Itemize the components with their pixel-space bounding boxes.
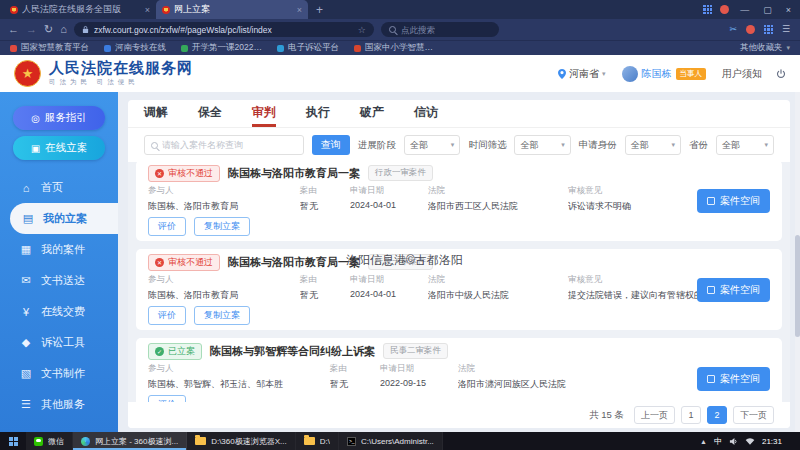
cause-value: 暂无 xyxy=(300,200,338,213)
tab-petition[interactable]: 信访 xyxy=(414,100,438,127)
minimize-button[interactable]: — xyxy=(737,5,752,15)
sidebar-item-litigation-tools[interactable]: ◆ 诉讼工具 xyxy=(0,327,118,358)
promo-icon[interactable] xyxy=(720,5,729,14)
user-notice-link[interactable]: 用户须知 xyxy=(722,67,762,81)
sidebar-item-my-filings[interactable]: ▤ 我的立案 xyxy=(10,203,118,234)
case-space-button[interactable]: 案件空间 xyxy=(697,367,770,391)
date-value: 2024-04-01 xyxy=(350,200,416,210)
rate-button[interactable]: 评价 xyxy=(148,395,186,402)
scrollbar[interactable] xyxy=(795,92,800,432)
sidebar-item-online-payment[interactable]: ¥ 在线交费 xyxy=(0,296,118,327)
tray-expand-icon[interactable]: ▲ xyxy=(700,438,707,445)
browser-tab-bar: 人民法院在线服务全国版 × 网上立案 × + — ▢ × xyxy=(0,0,800,19)
case-space-button[interactable]: 案件空间 xyxy=(697,278,770,302)
category-tabs: 调解 保全 审判 执行 破产 信访 xyxy=(128,100,790,128)
taskbar-item-folder-browser-dir[interactable]: D:\360极速浏览器X... xyxy=(187,432,296,450)
sidebar-item-home[interactable]: ⌂ 首页 xyxy=(0,172,118,203)
other-bookmarks-button[interactable]: 其他收藏夹 ▾ xyxy=(740,42,790,54)
copy-filing-button[interactable]: 复制立案 xyxy=(194,217,250,236)
region-selector[interactable]: 河南省 ▾ xyxy=(558,67,606,81)
copy-filing-button[interactable]: 复制立案 xyxy=(194,306,250,325)
next-page-button[interactable]: 下一页 xyxy=(733,406,774,424)
apps-grid-icon[interactable] xyxy=(703,5,712,14)
court-emblem-logo: ★ xyxy=(14,60,41,87)
tab-preservation[interactable]: 保全 xyxy=(198,100,222,127)
rate-button[interactable]: 评价 xyxy=(148,306,186,325)
taskbar-item-browser[interactable]: 网上立案 - 360极速浏... xyxy=(73,432,187,450)
pagination: 共 15 条 上一页 1 2 下一页 xyxy=(128,402,790,428)
tab-enforcement[interactable]: 执行 xyxy=(306,100,330,127)
taskbar: 微信 网上立案 - 360极速浏... D:\360极速浏览器X... D:\ … xyxy=(0,432,800,450)
user-name: 陈国栋 xyxy=(642,67,672,81)
menu-icon[interactable]: ☰ xyxy=(782,25,790,34)
url-text: zxfw.court.gov.cn/zxfw/#/pageWsla/pc/lis… xyxy=(94,25,353,35)
prev-page-button[interactable]: 上一页 xyxy=(634,406,675,424)
online-filing-button[interactable]: ▣ 在线立案 xyxy=(13,136,105,160)
province-select[interactable]: 全部 ▾ xyxy=(716,135,774,155)
tab-trial[interactable]: 审判 xyxy=(252,100,276,127)
browser-tab-court-national[interactable]: 人民法院在线服务全国版 × xyxy=(4,0,156,19)
case-title: 陈国栋与洛阳市教育局一案 xyxy=(228,166,360,181)
bookmark-item[interactable]: 开学第一课2022… xyxy=(181,42,262,54)
home-icon[interactable]: ⌂ xyxy=(60,24,67,35)
tab-close-icon[interactable]: × xyxy=(297,5,302,15)
sidebar-item-document-delivery[interactable]: ✉ 文书送达 xyxy=(0,265,118,296)
user-box[interactable]: 陈国栋 当事人 xyxy=(622,66,707,82)
browser-tab-filing[interactable]: 网上立案 × xyxy=(156,0,308,19)
query-button[interactable]: 查询 xyxy=(312,135,351,155)
tab-close-icon[interactable]: × xyxy=(145,5,150,15)
taskbar-item-terminal[interactable]: >_ C:\Users\Administr... xyxy=(339,432,443,450)
close-button[interactable]: × xyxy=(783,5,794,15)
ime-indicator[interactable]: 中 xyxy=(714,436,722,447)
sidebar-item-my-cases[interactable]: ▦ 我的案件 xyxy=(0,234,118,265)
screenshot-icon[interactable]: ✂ xyxy=(729,25,737,34)
applicant-identity-select[interactable]: 全部 ▾ xyxy=(625,135,681,155)
network-icon[interactable] xyxy=(745,437,755,446)
sidebar-item-other-services[interactable]: ☰ 其他服务 xyxy=(0,389,118,420)
page-2-button[interactable]: 2 xyxy=(707,406,727,424)
chevron-down-icon: ▾ xyxy=(672,141,676,149)
refresh-icon[interactable]: ↻ xyxy=(44,24,53,35)
folder-icon xyxy=(195,437,206,445)
page-1-button[interactable]: 1 xyxy=(681,406,701,424)
sidebar-item-document-making[interactable]: ▧ 文书制作 xyxy=(0,358,118,389)
bookmark-item[interactable]: 河南专技在线 xyxy=(104,42,166,54)
bookmark-item[interactable]: 国家中小学智慧… xyxy=(354,42,433,54)
maximize-button[interactable]: ▢ xyxy=(760,5,775,15)
url-field[interactable]: zxfw.court.gov.cn/zxfw/#/pageWsla/pc/lis… xyxy=(74,22,374,37)
clock[interactable]: 21:31 xyxy=(762,437,782,446)
bookmark-star-icon[interactable]: ☆ xyxy=(358,25,366,35)
document-icon: ▣ xyxy=(31,143,40,154)
progress-stage-select[interactable]: 全部 ▾ xyxy=(404,135,460,155)
bookmark-item[interactable]: 国家智慧教育平台 xyxy=(10,42,89,54)
time-filter-select[interactable]: 全部 ▾ xyxy=(514,135,570,155)
tab-bankruptcy[interactable]: 破产 xyxy=(360,100,384,127)
rate-button[interactable]: 评价 xyxy=(148,217,186,236)
bookmark-item[interactable]: 电子诉讼平台 xyxy=(277,42,339,54)
case-search-input[interactable] xyxy=(162,140,297,150)
activity-icon[interactable] xyxy=(746,25,755,34)
case-space-button[interactable]: 案件空间 xyxy=(697,189,770,213)
tab-title: 网上立案 xyxy=(174,3,293,16)
scrollbar-thumb[interactable] xyxy=(795,235,800,337)
start-button[interactable] xyxy=(0,432,26,450)
logout-power-icon[interactable] xyxy=(776,69,786,79)
new-tab-button[interactable]: + xyxy=(316,3,323,17)
browser-search-box[interactable] xyxy=(381,22,499,37)
taskbar-item-folder-d-drive[interactable]: D:\ xyxy=(296,432,339,450)
service-guide-button[interactable]: ◎ 服务指引 xyxy=(13,106,105,130)
back-icon[interactable]: ← xyxy=(8,24,19,35)
forward-icon[interactable]: → xyxy=(26,24,37,35)
extensions-grid-icon[interactable] xyxy=(764,25,773,34)
taskbar-item-wechat[interactable]: 微信 xyxy=(26,432,73,450)
volume-icon[interactable] xyxy=(729,437,738,446)
participants-value: 陈国栋、洛阳市教育局 xyxy=(148,289,288,302)
filed-check-icon: ✓ xyxy=(155,347,164,356)
case-search-box[interactable] xyxy=(144,135,304,155)
filter-label: 时间筛选 xyxy=(468,139,506,152)
chevron-down-icon: ▾ xyxy=(451,141,455,149)
case-type-tag: 民事二审案件 xyxy=(383,343,448,359)
tab-mediation[interactable]: 调解 xyxy=(144,100,168,127)
rejected-icon: ✕ xyxy=(155,258,164,267)
browser-search-input[interactable] xyxy=(401,25,491,35)
